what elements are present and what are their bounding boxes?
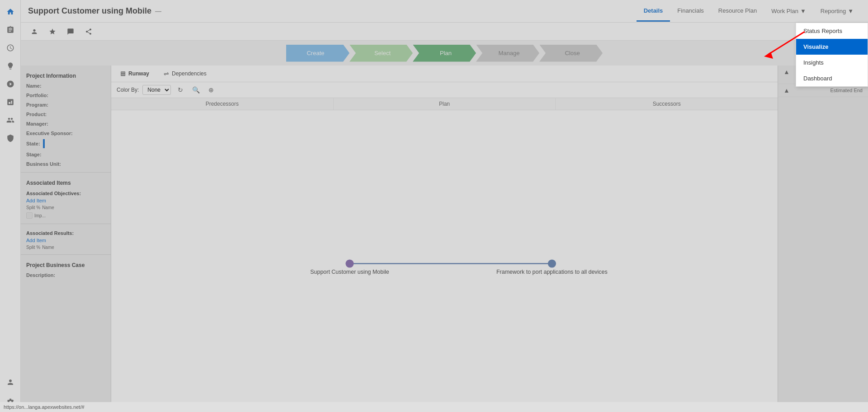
dropdown-overlay[interactable] <box>0 0 868 412</box>
svg-line-0 <box>769 32 805 54</box>
dropdown-dashboard[interactable]: Dashboard <box>796 70 868 86</box>
status-bar: https://on...langa.apexwebsites.net/# <box>0 402 868 412</box>
arrow-indicator <box>760 27 814 65</box>
status-url: https://on...langa.apexwebsites.net/# <box>4 404 85 410</box>
